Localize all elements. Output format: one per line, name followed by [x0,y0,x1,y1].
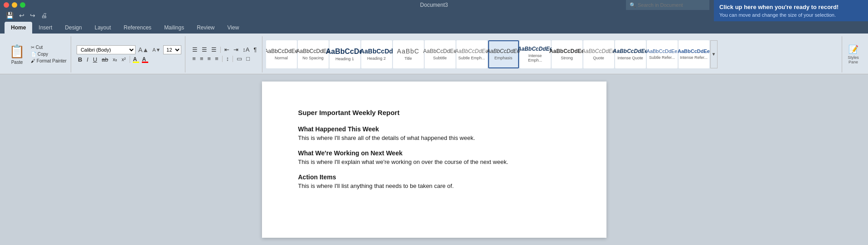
para-row-1: ☰ ☰ ☰ ⇤ ⇥ ↕A ¶ [191,46,258,53]
style-intense-emphasis-label: Intense Emph... [521,53,549,62]
cut-button[interactable]: ✂ Cut [29,44,68,50]
shading-button[interactable]: ▭ [235,55,243,62]
paste-button[interactable]: 📋 Paste [6,37,28,72]
style-heading2[interactable]: AaBbCcDd Heading 2 [361,40,392,68]
style-subtle-ref[interactable]: AaBbCcDdEe Subtle Refer... [647,40,678,68]
decrease-indent-button[interactable]: ⇤ [223,46,231,53]
close-button[interactable] [4,2,9,8]
style-title-label: Title [404,56,412,61]
borders-button[interactable]: □ [245,55,251,62]
clipboard-sub-buttons: ✂ Cut 📄 Copy 🖌 Format Painter [29,37,68,72]
font-size-select[interactable]: 12 [163,45,181,54]
paste-label: Paste [11,60,23,65]
font-shrink-button[interactable]: A▼ [151,47,161,53]
qa-print-button[interactable]: 🖨 [39,12,48,19]
section-body-2: This is where I'll explain what we're wo… [298,159,570,165]
multilevel-list-button[interactable]: ☰ [210,46,218,53]
style-heading2-label: Heading 2 [367,56,386,61]
styles-section: AaBbCcDdEe Normal AaBbCcDdEe No Spacing … [264,36,840,72]
qa-redo-button[interactable]: ↪ [29,12,37,19]
tooltip-box: Click up here when you're ready to recor… [714,0,868,21]
section-heading-1: What Happened This Week [298,125,570,133]
style-intense-emphasis-preview: AaBbCcDdEe [518,46,553,52]
tab-references[interactable]: References [117,22,158,34]
text-highlight-color[interactable]: A [133,56,139,63]
style-intense-quote-preview: AaBbCcDdEe [613,48,648,54]
style-heading2-preview: AaBbCcDd [360,48,393,55]
style-intense-ref[interactable]: AaBbCcDdEe Intense Refer... [679,40,709,68]
style-heading1-label: Heading 1 [335,57,354,61]
tab-layout[interactable]: Layout [88,22,117,34]
style-intense-quote[interactable]: AaBbCcDdEe Intense Quote [615,40,646,68]
align-right-button[interactable]: ≡ [206,55,213,62]
style-intense-ref-preview: AaBbCcDdEe [678,48,710,54]
style-no-spacing[interactable]: AaBbCcDdEe No Spacing [298,40,329,68]
style-normal[interactable]: AaBbCcDdEe Normal [266,40,297,68]
styles-pane-button[interactable]: 📝 StylesPane [842,36,864,72]
superscript-button[interactable]: x² [120,56,127,62]
bold-button[interactable]: B [77,56,83,63]
style-quote[interactable]: AaBbCcDdEe Quote [583,40,614,68]
copy-button[interactable]: 📄 Copy [29,51,68,57]
numbering-button[interactable]: ☰ [200,46,209,53]
search-icon: 🔍 [630,2,636,8]
style-intense-emphasis[interactable]: AaBbCcDdEe Intense Emph... [520,40,551,68]
paragraph-section: ☰ ☰ ☰ ⇤ ⇥ ↕A ¶ ≡ ≡ ≡ ≡ ↕ ▭ □ [187,36,262,72]
style-subtitle[interactable]: AaBbCcDdEe Subtitle [425,40,456,68]
styles-scroll-down[interactable]: ▼ [710,40,718,68]
style-normal-preview: AaBbCcDdEe [266,48,298,54]
tab-design[interactable]: Design [58,22,88,34]
subscript-button[interactable]: x₂ [112,56,119,63]
format-painter-button[interactable]: 🖌 Format Painter [29,58,68,64]
style-quote-label: Quote [593,56,604,60]
tab-view[interactable]: View [221,22,246,34]
ribbon-tabs: Home Insert Design Layout References Mai… [0,21,868,34]
minimize-button[interactable] [12,2,17,8]
qa-save-button[interactable]: 💾 [5,12,15,19]
style-quote-preview: AaBbCcDdEe [582,48,616,54]
section-heading-2: What We're Working on Next Week [298,149,570,157]
font-section: Calibri (Body) A▲ A▼ 12 B I U ab x₂ x² A… [73,36,185,72]
para-row-2: ≡ ≡ ≡ ≡ ↕ ▭ □ [191,55,258,62]
font-grow-button[interactable]: A▲ [137,46,150,53]
sort-button[interactable]: ↕A [241,46,251,53]
align-left-button[interactable]: ≡ [191,55,197,62]
tab-mailings[interactable]: Mailings [158,22,190,34]
style-no-spacing-label: No Spacing [302,56,324,60]
tab-home[interactable]: Home [5,22,32,34]
style-intense-ref-label: Intense Refer... [680,55,708,60]
styles-pane-label: StylesPane [848,55,859,64]
style-subtle-ref-preview: AaBbCcDdEe [647,48,678,54]
italic-button[interactable]: I [85,56,90,63]
style-subtle-ref-label: Subtle Refer... [649,55,675,60]
document-page[interactable]: Super Important Weekly Report What Happe… [262,82,606,238]
title-bar: Document3 👤 🔍 Click up here when you're … [0,0,868,10]
show-hide-button[interactable]: ¶ [252,46,258,53]
ribbon: 📋 Paste ✂ Cut 📄 Copy 🖌 Format Painter Ca… [0,34,868,74]
style-emphasis-preview: AaBbCcDdEe [487,48,520,54]
tab-insert[interactable]: Insert [32,22,58,34]
style-strong[interactable]: AaBbCcDdEe Strong [552,40,582,68]
style-heading1[interactable]: AaBbCcDd Heading 1 [330,40,360,68]
tab-review[interactable]: Review [190,22,221,34]
underline-button[interactable]: U [92,56,98,63]
style-title[interactable]: AaBbC Title [393,40,424,68]
strikethrough-button[interactable]: ab [100,56,109,63]
font-color[interactable]: A [142,56,148,63]
font-family-select[interactable]: Calibri (Body) [77,45,136,54]
styles-pane-icon: 📝 [849,44,858,54]
tooltip-title: Click up here when you're ready to recor… [719,4,863,10]
increase-indent-button[interactable]: ⇥ [232,46,240,53]
section-body-3: This is where I'll list anything that ne… [298,183,570,189]
qa-undo-button[interactable]: ↩ [18,12,26,19]
style-emphasis[interactable]: AaBbCcDdEe Emphasis [488,40,519,68]
justify-button[interactable]: ≡ [213,55,220,62]
style-subtle-emphasis[interactable]: AaBbCcDdEe Subtle Emph... [456,40,487,68]
line-spacing-button[interactable]: ↕ [225,55,231,62]
align-center-button[interactable]: ≡ [199,55,205,62]
bullets-button[interactable]: ☰ [191,46,199,53]
section-body-1: This is where I'll share all of the deta… [298,135,570,141]
search-input[interactable] [638,2,706,8]
style-subtitle-preview: AaBbCcDdEe [423,48,457,54]
maximize-button[interactable] [20,2,25,8]
